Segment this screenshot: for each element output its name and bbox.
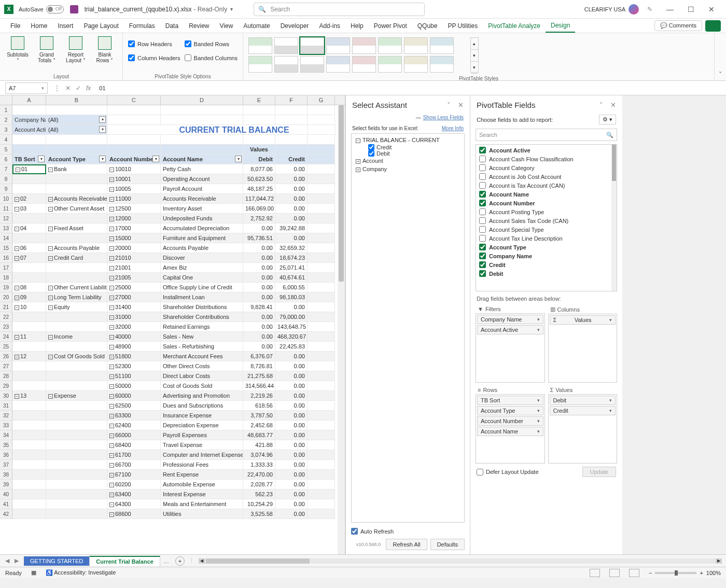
cell[interactable] [12,105,46,115]
filename-dropdown-icon[interactable]: ▾ [230,6,233,12]
cell[interactable]: Accumulated Depreciation [161,223,243,233]
cell[interactable]: −62400 [107,421,161,430]
cell[interactable]: −Other Current Liability [46,283,107,292]
cell[interactable] [12,430,46,440]
more-info-link[interactable]: More Info [442,125,464,131]
cell[interactable]: Amex Biz [161,263,243,273]
tab-review[interactable]: Review [184,19,214,33]
pt-search-input[interactable]: Search🔍 [476,129,617,141]
cell[interactable] [308,115,335,125]
field-item[interactable]: Account is Tax Account (CAN) [476,181,617,190]
tab-automate[interactable]: Automate [238,19,275,33]
cell[interactable]: Depreciation Expense [161,421,243,430]
cell[interactable]: Rent Expense [161,470,243,480]
cell[interactable]: −27000 [107,292,161,302]
cell[interactable] [12,440,46,450]
cell[interactable]: 117,044.72 [243,194,275,204]
cell[interactable]: Accounts Receivable [161,194,243,204]
accessibility-status[interactable]: ♿ Accessibility: Investigate [46,569,116,576]
cell[interactable] [46,105,107,115]
cell[interactable] [308,204,335,214]
cell[interactable]: 0.00 [243,342,275,352]
cell[interactable]: −21001 [107,263,161,273]
row-header[interactable]: 16 [0,253,12,263]
cell[interactable]: Payroll Expenses [161,430,243,440]
pt-close-icon[interactable]: ✕ [610,101,616,109]
fx-dropdown-icon[interactable]: ⋮ [54,85,60,92]
cell[interactable] [308,381,335,391]
cell[interactable]: Petty Cash [161,164,243,174]
area-item[interactable]: Account Name▾ [477,427,543,436]
pt-gear-button[interactable]: ⚙ ▾ [599,115,616,124]
cell[interactable]: 0.00 [275,233,308,243]
cell[interactable]: 6,376.07 [243,352,275,361]
cell[interactable] [308,411,335,421]
grand-totals-button[interactable]: Grand Totals ˅ [34,35,59,63]
cell[interactable]: −31000 [107,312,161,322]
cell[interactable]: 0.00 [243,243,275,253]
field-item[interactable]: Account is Job Cost Account [476,172,617,181]
cell[interactable] [243,115,275,125]
cell[interactable]: 8,726.81 [243,361,275,371]
cell[interactable] [107,105,161,115]
row-header[interactable]: 10 [0,194,12,204]
cell[interactable]: 21,275.68 [243,371,275,381]
cell[interactable]: 0.00 [275,184,308,194]
cell[interactable] [46,371,107,381]
cell[interactable]: Account Active [12,125,46,135]
cell[interactable]: 6,000.55 [275,283,308,292]
row-header[interactable]: 20 [0,292,12,302]
cell[interactable] [308,332,335,342]
cell[interactable] [308,214,335,223]
minimize-button[interactable]: — [660,2,680,17]
tree-root[interactable]: −TRIAL BALANCE - CURRENT [354,136,462,144]
tab-qqube[interactable]: QQube [412,19,443,33]
tab-insert[interactable]: Insert [52,19,78,33]
cell[interactable]: Company Nam [12,115,46,125]
tab-help[interactable]: Help [345,19,369,33]
cancel-formula-icon[interactable]: ✕ [65,85,71,92]
tab-view[interactable]: View [215,19,239,33]
cell[interactable]: (All)▾ [46,115,107,125]
sheet-nav-prev[interactable]: ◀ [5,557,9,564]
cell[interactable]: 10,254.29 [243,499,275,509]
cell[interactable]: 22,470.00 [243,470,275,480]
field-item[interactable]: Account Sales Tax Code (CAN) [476,216,617,225]
cell[interactable]: −Credit Card [46,253,107,263]
cell[interactable]: −Bank [46,164,107,174]
cell[interactable]: 25,071.41 [275,263,308,273]
cell[interactable]: −Income [46,332,107,342]
cell[interactable]: Credit [275,155,308,164]
cell[interactable]: −51100 [107,371,161,381]
cell[interactable]: −10010 [107,164,161,174]
area-item[interactable]: Credit▾ [550,406,616,415]
field-item[interactable]: Account Tax Line Description [476,234,617,243]
row-header[interactable]: 31 [0,401,12,411]
sa-collapse-icon[interactable]: ˅ [447,101,451,109]
cell[interactable]: 562.23 [243,489,275,499]
cell[interactable]: 0.00 [275,450,308,460]
cell[interactable]: Sales - Refurbishing [161,342,243,352]
accept-formula-icon[interactable]: ✓ [76,85,81,92]
cell[interactable]: −03 [12,204,46,214]
cell[interactable]: −Accounts Receivable [46,194,107,204]
cell[interactable]: −04 [12,223,46,233]
row-header[interactable]: 17 [0,263,12,273]
cell[interactable]: 421.88 [243,440,275,450]
blank-rows-button[interactable]: Blank Rows ˅ [92,35,117,63]
cell[interactable] [46,184,107,194]
cell[interactable] [308,499,335,509]
cell[interactable] [161,105,243,115]
cell[interactable]: 98,180.03 [275,292,308,302]
cell[interactable] [46,411,107,421]
cell[interactable] [12,233,46,243]
cell[interactable]: −08 [12,283,46,292]
cell[interactable] [308,233,335,243]
cell[interactable] [12,499,46,509]
cell[interactable] [46,450,107,460]
tab-file[interactable]: File [5,19,25,33]
cell[interactable] [308,489,335,499]
cell[interactable] [12,135,46,145]
cell[interactable]: −13 [12,391,46,401]
cell[interactable] [46,509,107,519]
